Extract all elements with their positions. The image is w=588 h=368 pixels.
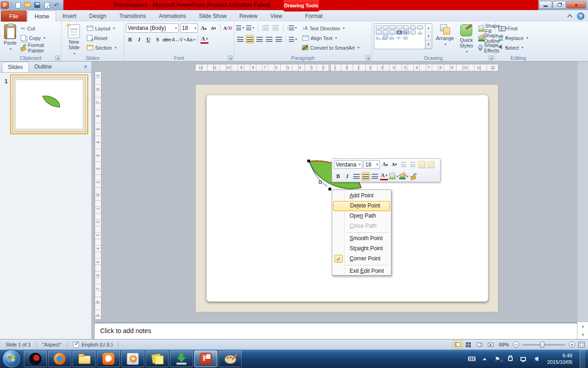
volume-icon[interactable]: )) — [532, 355, 540, 362]
zoom-slider-thumb[interactable] — [540, 342, 544, 348]
replace-button[interactable]: abacReplace — [497, 33, 539, 43]
minimize-button[interactable] — [539, 1, 552, 9]
mini-grow-font-button[interactable]: A▴ — [381, 161, 389, 169]
increase-indent-button[interactable] — [271, 23, 280, 32]
mini-shape-outline-button[interactable] — [399, 172, 408, 180]
edit-point-handle[interactable] — [307, 160, 310, 162]
shape-diamond[interactable] — [396, 35, 401, 40]
menu-item-straight-point[interactable]: Straight Point — [333, 244, 390, 254]
tab-home[interactable]: Home — [28, 11, 56, 22]
mini-decrease-indent-button[interactable] — [399, 161, 407, 169]
mini-increase-indent-button[interactable] — [408, 161, 417, 169]
help-icon[interactable]: ? — [577, 12, 584, 20]
zoom-slider[interactable] — [523, 344, 565, 345]
convert-to-smartart-button[interactable]: Convert to SmartArt — [301, 43, 361, 52]
shape-text-box[interactable] — [396, 30, 402, 34]
columns-button[interactable] — [289, 35, 297, 43]
slide-show-button[interactable] — [486, 340, 495, 349]
font-color-button[interactable]: A — [200, 35, 209, 44]
paste-button[interactable]: Paste — [2, 23, 18, 52]
show-hidden-icons[interactable] — [481, 355, 488, 362]
new-document-icon[interactable] — [14, 1, 22, 9]
tab-review[interactable]: Review — [233, 11, 264, 22]
clear-formatting-button[interactable]: A⌫ — [223, 24, 232, 32]
tab-design[interactable]: Design — [83, 11, 113, 22]
grow-font-button[interactable]: A▴ — [199, 24, 208, 32]
align-right-button[interactable] — [255, 35, 264, 43]
keyboard-icon[interactable] — [468, 355, 475, 362]
arrange-button[interactable]: Arrange — [434, 23, 456, 47]
zoom-out-button[interactable]: − — [513, 341, 519, 348]
shape-rounded-rectangle[interactable] — [417, 25, 423, 29]
taskbar-clock[interactable]: 6:49 2015/10/05 — [547, 352, 572, 365]
taskbar-uc-browser[interactable] — [97, 351, 120, 367]
new-slide-button[interactable]: New Slide — [63, 23, 85, 57]
font-size-combo[interactable]: 18 — [180, 23, 198, 33]
menu-item-open-path[interactable]: Open Path — [333, 211, 390, 221]
shape-oval[interactable] — [410, 30, 416, 34]
shrink-font-button[interactable]: A▾ — [209, 24, 217, 32]
show-desktop-button[interactable] — [580, 350, 585, 368]
drawing-dialog-launcher[interactable] — [489, 56, 493, 60]
gallery-down-icon[interactable]: ▼ — [425, 32, 432, 40]
tab-outline[interactable]: Outline — [29, 62, 57, 72]
notes-pane[interactable]: Click to add notes — [95, 322, 577, 339]
mini-font-family-combo[interactable]: Verdana — [334, 160, 362, 169]
undo-icon[interactable]: ↶ — [52, 1, 61, 9]
format-painter-button[interactable]: Format Painter — [19, 43, 59, 52]
find-button[interactable]: Find — [497, 23, 539, 33]
taskbar-firefox[interactable] — [48, 351, 71, 367]
shape-rectangle[interactable] — [376, 30, 382, 34]
clipboard-dialog-launcher[interactable] — [55, 56, 60, 60]
edit-point-handle[interactable] — [328, 188, 331, 190]
menu-item-delete-point[interactable]: Delete Point — [333, 201, 390, 211]
numbering-button[interactable] — [246, 23, 254, 32]
zoom-level[interactable]: 69% — [499, 342, 509, 347]
mini-font-size-combo[interactable]: 18 — [363, 160, 380, 169]
italic-button[interactable]: I — [135, 35, 143, 44]
menu-item-add-point[interactable]: Add Point — [333, 191, 390, 201]
next-slide-icon[interactable]: ▼ — [581, 333, 585, 337]
gallery-more-icon[interactable]: ▼ — [425, 40, 432, 49]
select-button[interactable]: Select — [497, 43, 539, 52]
distribute-button[interactable] — [275, 35, 283, 43]
font-dialog-launcher[interactable] — [228, 56, 232, 60]
vertical-scrollbar[interactable]: ▲ ▼ — [577, 62, 588, 339]
bullets-button[interactable] — [236, 23, 244, 32]
powerpoint-app-icon[interactable]: P — [1, 1, 9, 9]
taskbar-security-app[interactable] — [24, 351, 47, 367]
cut-button[interactable]: ✂Cut — [19, 23, 59, 33]
mini-bold-button[interactable]: B — [334, 172, 342, 180]
tab-transitions[interactable]: Transitions — [113, 11, 152, 22]
layout-button[interactable]: Layout — [85, 23, 118, 33]
shape-rectangle[interactable] — [383, 30, 389, 34]
action-center-icon[interactable]: ⚑ — [494, 355, 501, 362]
theme-name[interactable]: "Aspect" — [37, 342, 67, 347]
slide-sorter-button[interactable] — [464, 340, 473, 349]
shape-vertical-text-box[interactable] — [403, 30, 409, 34]
save-icon[interactable] — [33, 1, 41, 9]
mini-shrink-font-button[interactable]: A▾ — [390, 161, 398, 169]
tab-slide-show[interactable]: Slide Show — [192, 11, 233, 22]
decrease-indent-button[interactable] — [261, 23, 270, 32]
slide-thumbnail[interactable] — [10, 75, 88, 134]
bold-button[interactable]: B — [126, 35, 134, 44]
shape-parallelogram[interactable] — [382, 35, 388, 40]
shape-pentagon[interactable] — [402, 35, 408, 40]
shape-snip-corner[interactable] — [410, 25, 416, 29]
menu-item-corner-point[interactable]: ✓Corner Point — [333, 254, 390, 264]
reading-view-button[interactable] — [475, 340, 484, 349]
shape-triangle[interactable] — [417, 30, 423, 34]
text-direction-button[interactable]: ↕AText Direction — [301, 23, 361, 33]
open-icon[interactable] — [23, 1, 32, 9]
taskbar-sticky-notes[interactable] — [146, 351, 169, 367]
taskbar-paint[interactable] — [219, 351, 242, 367]
tab-animations[interactable]: Animations — [153, 11, 192, 22]
taskbar-download-manager[interactable] — [170, 351, 193, 367]
print-preview-icon[interactable] — [43, 1, 51, 9]
justify-button[interactable] — [265, 35, 273, 43]
shape-rounded-rectangle[interactable] — [396, 25, 402, 29]
restore-button[interactable] — [553, 1, 566, 9]
character-spacing-button[interactable]: A↔V — [172, 35, 185, 44]
mini-italic-button[interactable]: I — [343, 172, 351, 180]
